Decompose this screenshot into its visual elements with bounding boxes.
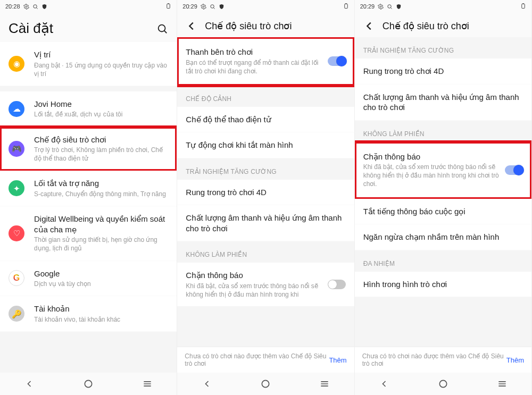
status-time: 20:29 [360,3,375,10]
game-mode-list: TRẢI NGHIỆM TĂNG CƯỜNG Rung trong trò ch… [355,37,531,347]
shield-icon [219,4,225,10]
svg-point-9 [380,6,381,7]
nav-home-icon[interactable] [260,379,271,389]
back-icon[interactable] [186,20,197,32]
panel-game-mode-1: 20:29 Chế độ siêu trò chơi Thanh bên trò… [177,0,354,395]
row-block-notifications[interactable]: Chặn thông báo Khi đã bật, cửa sổ xem tr… [177,263,354,306]
svg-point-8 [262,380,269,387]
shield-icon [396,4,402,10]
nav-back-icon[interactable] [379,379,389,389]
bottom-hint: Chưa có trò chơi nào được thêm vào Chế đ… [177,347,354,373]
nav-recent-icon[interactable] [319,379,330,389]
row-title: Tự động chơi khi tắt màn hình [186,140,345,150]
jovi-icon: ☁ [9,101,24,117]
nav-recent-icon[interactable] [142,379,153,389]
row-autoplay-screen-off[interactable]: Tự động chơi khi tắt màn hình [177,132,354,158]
search-mini-icon [210,4,215,10]
add-button[interactable]: Thêm [329,356,346,364]
settings-row-jovi[interactable]: ☁ Jovi Home Lối tắt, đề xuất, dịch vụ củ… [0,91,177,127]
row-sound-quality[interactable]: Chất lượng âm thanh và hiệu ứng âm thanh… [177,205,354,241]
row-picture-in-picture[interactable]: Hình trong hình trò chơi [355,272,531,297]
nav-recent-icon[interactable] [497,379,508,389]
row-title: Lối tắt và trợ năng [34,178,168,189]
row-esports-mode[interactable]: Chế độ thể thao điện tử [177,107,354,133]
row-4d-vibration[interactable]: Rung trong trò chơi 4D [355,58,531,85]
row-mute-call-notifications[interactable]: Tắt tiếng thông báo cuộc gọi [355,199,531,225]
row-title: Rung trong trò chơi 4D [186,187,345,198]
header: Chế độ siêu trò chơi [355,13,531,37]
row-title: Digital Wellbeing và quyền kiểm soát của… [34,214,168,234]
status-time: 20:28 [5,3,20,10]
row-title: Tài khoản [34,304,168,314]
row-title: Chất lượng âm thanh và hiệu ứng âm thanh… [363,92,523,113]
row-sound-quality[interactable]: Chất lượng âm thanh và hiệu ứng âm thanh… [355,85,531,121]
row-4d-vibration[interactable]: Rung trong trò chơi 4D [177,180,354,206]
page-title: Chế độ siêu trò chơi [205,20,292,32]
page-title: Chế độ siêu trò chơi [383,20,469,32]
game-mode-list: Thanh bên trò chơi Bạn có thể trượt ngan… [177,37,354,347]
nav-back-icon[interactable] [24,379,35,389]
hint-text: Chưa có trò chơi nào được thêm vào Chế đ… [185,352,329,367]
row-sub: Trợ lý trò chơi, Không làm phiền trò chơ… [34,146,168,163]
svg-point-0 [26,6,27,7]
row-sub: Dịch vụ và tùy chọn [34,280,168,288]
row-title: Chế độ thể thao điện tử [186,114,345,125]
bottom-hint: Chưa có trò chơi nào được thêm vào Chế đ… [355,347,531,373]
row-game-sidebar[interactable]: Thanh bên trò chơi Bạn có thể trượt ngan… [177,37,354,86]
svg-rect-11 [522,4,525,8]
svg-point-4 [85,380,92,387]
row-sub: Bạn có thể trượt ngang để mở thanh cài đ… [186,58,322,75]
row-title: Chặn thông báo [186,270,322,281]
navbar [177,373,354,395]
row-title: Ngăn ngừa chạm nhầm trên màn hình [363,232,523,242]
add-button[interactable]: Thêm [506,356,524,364]
toggle-game-sidebar[interactable] [328,56,346,66]
svg-point-1 [33,4,36,7]
account-icon: 🔑 [9,306,24,322]
row-title: Chất lượng âm thanh và hiệu ứng âm thanh… [186,213,345,233]
settings-row-account[interactable]: 🔑 Tài khoản Tài khoản vivo, tài khoản kh… [0,296,177,332]
row-title: Chế độ siêu trò chơi [34,135,168,145]
page-title: Cài đặt [9,20,53,37]
toggle-block-notifications[interactable] [328,280,346,289]
status-bar: 20:29 [177,0,354,13]
header: Cài đặt [0,13,177,42]
status-bar: 20:29 [355,0,531,13]
nav-home-icon[interactable] [83,379,94,389]
row-block-notifications[interactable]: Chặn thông báo Khi đã bật, cửa sổ xem tr… [355,142,531,199]
toggle-block-notifications[interactable] [505,165,523,175]
navbar [355,373,531,395]
row-title: Hình trong hình trò chơi [363,279,523,290]
nav-back-icon[interactable] [202,379,212,389]
battery-icon [343,3,349,9]
row-title: Rung trong trò chơi 4D [363,66,523,77]
nav-home-icon[interactable] [438,379,448,389]
section-header: KHÔNG LÀM PHIỀN [355,121,531,142]
settings-row-location[interactable]: ◉ Vị trí Đang bật · 15 ứng dụng có quyền… [0,42,177,86]
row-sub: Lối tắt, đề xuất, dịch vụ của tôi [34,110,168,119]
google-icon: G [9,270,24,286]
row-title: Tắt tiếng thông báo cuộc gọi [363,206,523,217]
row-title: Thanh bên trò chơi [186,47,322,57]
row-title: Jovi Home [34,99,168,110]
search-icon[interactable] [156,23,168,35]
section-header: TRẢI NGHIỆM TĂNG CƯỜNG [355,37,531,58]
settings-row-wellbeing[interactable]: ♡ Digital Wellbeing và quyền kiểm soát c… [0,206,177,260]
settings-row-google[interactable]: G Google Dịch vụ và tùy chọn [0,261,177,297]
row-sub: Thời gian sử dụng thiết bị, hẹn giờ cho … [34,236,168,253]
gear-icon [201,4,206,10]
row-sub: Tài khoản vivo, tài khoản khác [34,315,168,324]
status-bar: 20:28 [0,0,177,13]
row-title: Chặn thông báo [363,152,500,162]
section-header: CHẾ ĐỘ CẢNH [177,86,354,107]
row-title: Vị trí [34,49,168,60]
svg-point-6 [211,4,214,7]
settings-row-ultra-game-mode[interactable]: 🎮 Chế độ siêu trò chơi Trợ lý trò chơi, … [0,127,177,171]
row-sub: S-capture, Chuyển động thông minh, Trợ n… [34,190,168,198]
panel-settings: 20:28 Cài đặt ◉ Vị trí Đang bật · 15 ứng… [0,0,177,395]
section-header: KHÔNG LÀM PHIỀN [177,241,354,263]
settings-row-shortcuts[interactable]: ✦ Lối tắt và trợ năng S-capture, Chuyển … [0,171,177,206]
svg-rect-7 [344,4,347,8]
row-prevent-mistouch[interactable]: Ngăn ngừa chạm nhầm trên màn hình [355,224,531,250]
back-icon[interactable] [363,20,375,32]
